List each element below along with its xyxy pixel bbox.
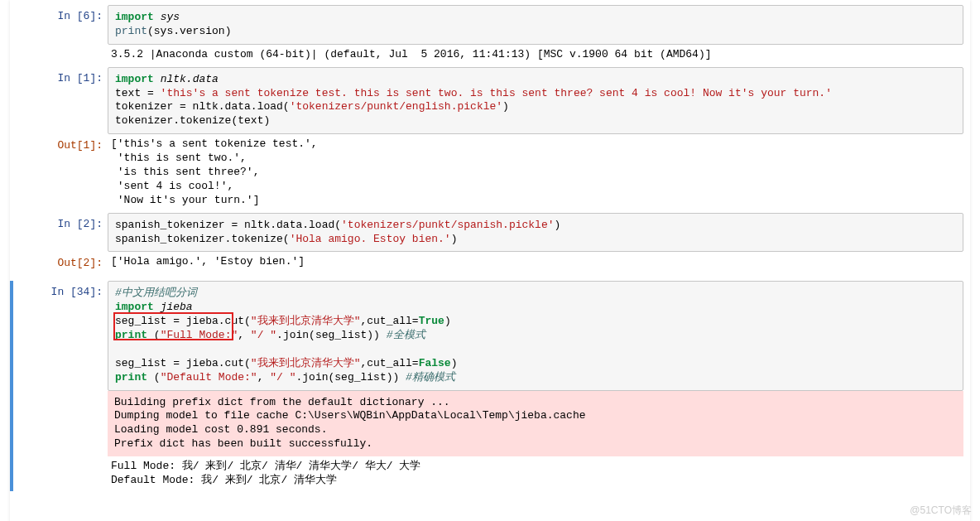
notebook: In [6]: import sys print(sys.version) 3.… [10,0,970,521]
in-prompt-2: In [2]: [10,213,108,237]
in-prompt-6: In [6]: [10,5,108,29]
output-6: 3.5.2 |Anaconda custom (64-bit)| (defaul… [108,45,963,65]
code-input-6[interactable]: import sys print(sys.version) [108,5,963,45]
in-prompt-1: In [1]: [10,67,108,91]
output-1: ['this's a sent tokenize test.', 'this i… [108,134,963,210]
output-2: ['Hola amigo.', 'Estoy bien.'] [108,252,963,273]
cell-2: In [2]: spanish_tokenizer = nltk.data.lo… [10,213,970,277]
cell-6: In [6]: import sys print(sys.version) 3.… [10,5,970,65]
stderr-prompt-34 [13,391,108,401]
out-prompt-1: Out[1]: [10,134,108,158]
output-34: Full Mode: 我/ 来到/ 北京/ 清华/ 清华大学/ 华大/ 大学 D… [108,456,963,491]
out-prompt-2: Out[2]: [10,252,108,276]
out-prompt-6 [10,45,108,55]
code-input-1[interactable]: import nltk.data text = 'this's a sent t… [108,67,963,135]
cell-34: In [34]: #中文用结吧分词 import jieba seg_list … [10,281,970,491]
stdout-prompt-34 [13,456,108,466]
code-input-2[interactable]: spanish_tokenizer = nltk.data.load('toke… [108,213,963,253]
code-input-34[interactable]: #中文用结吧分词 import jieba seg_list = jieba.c… [108,281,963,390]
stderr-34: Building prefix dict from the default di… [108,391,963,457]
cell-1: In [1]: import nltk.data text = 'this's … [10,67,970,211]
watermark: @51CTO博客 [910,504,972,518]
in-prompt-34: In [34]: [13,281,108,305]
